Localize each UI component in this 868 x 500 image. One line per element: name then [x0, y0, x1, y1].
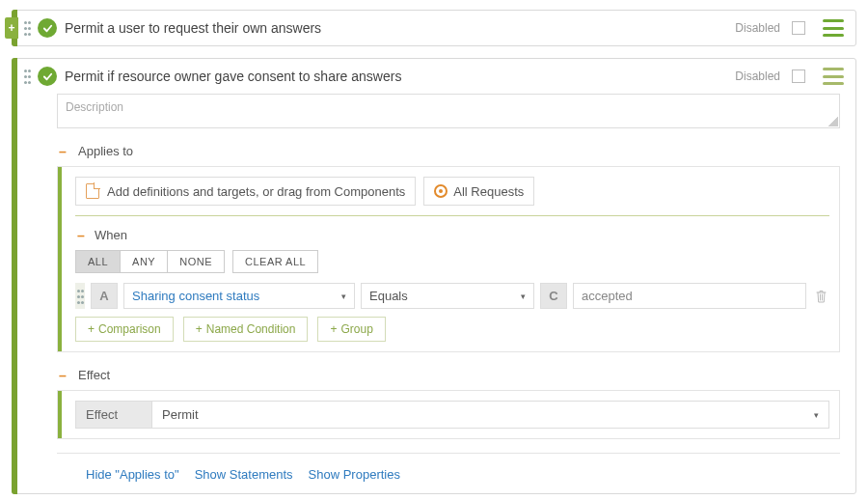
permit-badge-icon [38, 67, 57, 86]
chevron-down-icon: ▾ [521, 292, 526, 301]
show-properties-link[interactable]: Show Properties [309, 467, 400, 482]
targets-row: Add definitions and targets, or drag fro… [75, 177, 829, 206]
chevron-down-icon: ▾ [814, 410, 819, 420]
collapse-icon[interactable]: – [75, 230, 87, 241]
applies-to-panel: Add definitions and targets, or drag fro… [57, 166, 840, 352]
rule-title[interactable]: Permit if resource owner gave consent to… [65, 69, 727, 84]
footer-links: Hide "Applies to" Show Statements Show P… [57, 453, 840, 482]
row-drag-handle[interactable] [75, 283, 85, 309]
logic-any[interactable]: ANY [121, 251, 168, 272]
disabled-label: Disabled [735, 69, 780, 83]
permit-badge-icon [38, 18, 57, 38]
plus-icon: + [330, 322, 337, 336]
clear-all-button[interactable]: CLEAR ALL [232, 250, 318, 273]
rule-menu-icon[interactable] [823, 19, 844, 37]
panel-accent [58, 391, 62, 438]
disabled-checkbox[interactable] [792, 69, 805, 83]
logic-row: ALL ANY NONE CLEAR ALL [75, 250, 829, 273]
add-comparison-button[interactable]: +Comparison [75, 317, 174, 342]
target-icon [434, 184, 448, 198]
value-text: accepted [582, 289, 633, 303]
rule-accent [12, 58, 17, 494]
insert-handle[interactable]: + [5, 17, 18, 39]
rule-header: Permit if resource owner gave consent to… [13, 59, 855, 94]
add-group-label: Group [340, 322, 372, 336]
add-named-condition-label: Named Condition [206, 322, 296, 336]
when-header: – When [75, 228, 829, 242]
description-input[interactable]: Description [57, 94, 840, 128]
add-comparison-label: Comparison [98, 322, 161, 336]
rule-card: Permit if resource owner gave consent to… [12, 58, 856, 494]
disabled-label: Disabled [735, 21, 780, 35]
logic-none[interactable]: NONE [168, 251, 224, 272]
effect-select[interactable]: Permit ▾ [152, 401, 829, 429]
collapse-icon[interactable]: – [57, 146, 68, 157]
applies-to-header: – Applies to [57, 144, 840, 158]
targets-input[interactable]: Add definitions and targets, or drag fro… [75, 177, 416, 206]
all-requests-button[interactable]: All Requests [423, 177, 534, 206]
logic-segmented: ALL ANY NONE [75, 250, 225, 273]
effect-field-label: Effect [75, 401, 152, 429]
delete-condition-button[interactable] [812, 283, 829, 309]
divider [75, 215, 829, 216]
effect-header: – Effect [57, 368, 840, 382]
rule-menu-icon[interactable] [823, 68, 844, 85]
value-input[interactable]: accepted [573, 283, 806, 309]
resize-handle-icon[interactable] [828, 117, 838, 126]
disabled-checkbox[interactable] [792, 21, 805, 35]
targets-placeholder: Add definitions and targets, or drag fro… [107, 184, 405, 199]
left-type-badge[interactable]: A [91, 283, 118, 309]
condition-row: A Sharing consent status ▾ Equals ▾ C ac… [75, 283, 829, 309]
effect-section-label: Effect [78, 368, 110, 382]
operator-value: Equals [369, 289, 408, 303]
document-icon [86, 183, 99, 199]
description-wrap: Description [57, 94, 840, 128]
attribute-value: Sharing consent status [132, 289, 259, 303]
chevron-down-icon: ▾ [341, 292, 346, 301]
rule-body: Description – Applies to Add definitions… [13, 94, 855, 493]
applies-to-label: Applies to [78, 144, 133, 158]
plus-icon: + [196, 322, 203, 336]
all-requests-label: All Requests [453, 184, 524, 199]
panel-accent [58, 167, 62, 351]
hide-applies-to-link[interactable]: Hide "Applies to" [86, 467, 179, 482]
effect-panel: Effect Permit ▾ [57, 390, 840, 439]
plus-icon: + [88, 322, 95, 336]
rule-title[interactable]: Permit a user to request their own answe… [65, 20, 727, 36]
when-label: When [95, 228, 127, 242]
add-named-condition-button[interactable]: +Named Condition [183, 317, 309, 342]
drag-handle-icon[interactable] [24, 20, 30, 36]
attribute-select[interactable]: Sharing consent status ▾ [123, 283, 355, 309]
drag-handle-icon [77, 289, 83, 304]
effect-row: Effect Permit ▾ [75, 401, 829, 429]
collapse-icon[interactable]: – [57, 370, 68, 381]
rule-header: + Permit a user to request their own ans… [13, 11, 855, 45]
effect-value: Permit [162, 407, 199, 422]
logic-all[interactable]: ALL [76, 251, 121, 272]
rule-card: + Permit a user to request their own ans… [12, 10, 856, 46]
add-buttons-row: +Comparison +Named Condition +Group [75, 317, 829, 342]
drag-handle-icon[interactable] [24, 69, 30, 84]
right-type-badge[interactable]: C [540, 283, 567, 309]
operator-select[interactable]: Equals ▾ [361, 283, 534, 309]
show-statements-link[interactable]: Show Statements [195, 467, 293, 482]
add-group-button[interactable]: +Group [317, 317, 385, 342]
